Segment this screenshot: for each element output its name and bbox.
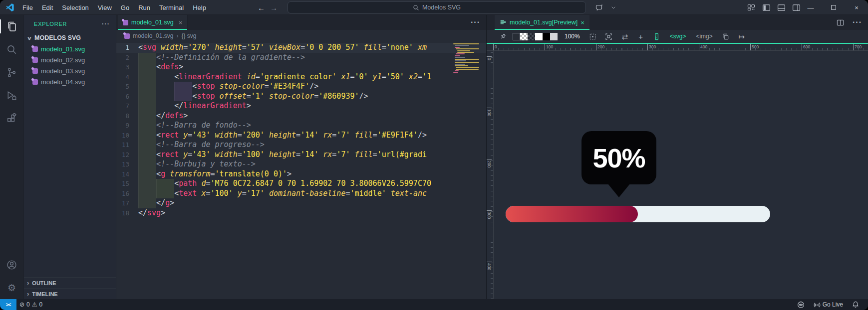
code-line-12[interactable]: 12<rect y='43' width='100' height='14' r…	[116, 150, 486, 160]
file-item-modelo_01-svg[interactable]: modelo_01.svg	[24, 43, 116, 54]
code-line-7[interactable]: 7</linearGradient>	[116, 101, 486, 111]
back-icon[interactable]: ←	[258, 3, 265, 12]
indent-guide	[138, 62, 156, 72]
tab-modelo-01-svg[interactable]: modelo_01.svg ×	[118, 15, 188, 30]
code-line-15[interactable]: 15<path d='M76 0C72.6847 0 70 1.69902 70…	[116, 179, 486, 189]
code-line-17[interactable]: 17</g>	[116, 198, 486, 208]
bg-swatch-white[interactable]	[535, 33, 543, 40]
split-editor-icon[interactable]	[834, 15, 847, 30]
indent-guide	[174, 82, 192, 92]
code-line-1[interactable]: 1<svg width='270' height='57' viewBox='0…	[116, 43, 486, 53]
section-label: OUTLINE	[32, 280, 56, 286]
indent-guide	[138, 101, 156, 111]
copilot-icon[interactable]	[593, 0, 606, 15]
folder-modelos-svg[interactable]: ∨ MODELOS SVG	[24, 32, 116, 43]
maximize-button[interactable]	[822, 0, 845, 15]
export-icon[interactable]: ↦	[736, 30, 748, 42]
indent-guide	[138, 82, 156, 92]
preview-canvas[interactable]: 0100200300400 50%	[487, 51, 868, 299]
close-tab-icon[interactable]: ×	[580, 19, 584, 26]
forward-icon[interactable]: →	[270, 3, 278, 12]
code-line-4[interactable]: 4<linearGradient id='gradiente_color' x1…	[116, 72, 486, 82]
fit-to-canvas-icon[interactable]	[603, 30, 615, 42]
tab-modelo-01-svg-preview[interactable]: modelo_01.svg[Preview] ×	[495, 15, 589, 30]
code-line-10[interactable]: 10<rect y='43' width='200' height='14' r…	[116, 131, 486, 141]
account-icon	[6, 260, 17, 270]
breadcrumb-file[interactable]: modelo_01.svg	[133, 32, 173, 39]
code-line-16[interactable]: 16<text x='100' y='17' dominant-baseline…	[116, 189, 486, 199]
copilot-status-icon[interactable]	[794, 301, 808, 309]
pin-icon[interactable]	[497, 30, 509, 42]
customize-layout-icon[interactable]	[744, 0, 759, 15]
progress-bar-track	[506, 206, 770, 222]
command-center-search[interactable]: Modelos SVG	[288, 1, 586, 13]
activity-item-run-debug[interactable]	[0, 84, 24, 107]
file-item-modelo_04-svg[interactable]: modelo_04.svg	[24, 76, 116, 87]
file-label: modelo_02.svg	[41, 56, 85, 64]
activity-item-extensions[interactable]	[0, 107, 24, 130]
toggle-panel-icon[interactable]	[774, 0, 789, 15]
indent-guide	[138, 169, 156, 179]
explorer-more-icon[interactable]: ···	[102, 20, 110, 27]
notifications-bell-icon[interactable]	[849, 301, 862, 308]
menu-file[interactable]: File	[18, 0, 37, 15]
go-live-button[interactable]: Go Live	[811, 301, 846, 308]
code-line-9[interactable]: 9<!--Barra de fondo-->	[116, 121, 486, 131]
ruler-v-label: 300	[487, 210, 492, 219]
close-button[interactable]: ×	[845, 0, 868, 15]
problems-indicator[interactable]: ⊘ 0 ⚠ 0	[16, 299, 45, 310]
bg-swatch-black[interactable]	[543, 33, 550, 40]
code-line-8[interactable]: 8</defs>	[116, 111, 486, 121]
close-tab-icon[interactable]: ×	[179, 19, 183, 26]
editor-more-actions-icon[interactable]: ···	[465, 18, 486, 27]
file-item-modelo_02-svg[interactable]: modelo_02.svg	[24, 54, 116, 65]
code-editor[interactable]: 1<svg width='270' height='57' viewBox='0…	[116, 42, 486, 299]
code-line-2[interactable]: 2<!--Definición de la gradiente-->	[116, 53, 486, 63]
file-item-modelo_03-svg[interactable]: modelo_03.svg	[24, 65, 116, 76]
bg-swatch-checker-light[interactable]	[520, 33, 528, 40]
copy-as-img-button[interactable]: <img>	[693, 33, 715, 40]
activity-item-source-control[interactable]	[0, 61, 24, 84]
menu-go[interactable]: Go	[116, 0, 134, 15]
menu-help[interactable]: Help	[188, 0, 211, 15]
code-line-13[interactable]: 13<!--Burbuja y texto-->	[116, 159, 486, 169]
section-timeline[interactable]: ›TIMELINE	[24, 288, 116, 299]
bg-swatch-checker-dark[interactable]	[528, 33, 535, 40]
minimize-button[interactable]: —	[799, 0, 822, 15]
editor-tab-bar: modelo_01.svg × ···	[116, 15, 486, 30]
menu-terminal[interactable]: Terminal	[155, 0, 188, 15]
code-line-6[interactable]: 6<stop offset='1' stop-color='#860939'/>	[116, 92, 486, 102]
menu-selection[interactable]: Selection	[57, 0, 93, 15]
bg-swatch-gray[interactable]	[550, 33, 558, 40]
menu-run[interactable]: Run	[134, 0, 155, 15]
ruler-toggle-icon[interactable]	[651, 30, 663, 42]
activity-item-settings[interactable]: ⚙	[0, 276, 24, 299]
code-line-5[interactable]: 5<stop stop-color='#E34F4F'/>	[116, 82, 486, 92]
source-control-icon	[6, 67, 17, 78]
activity-item-account[interactable]	[0, 253, 24, 276]
menu-edit[interactable]: Edit	[37, 0, 57, 15]
toggle-primary-sidebar-icon[interactable]	[759, 0, 774, 15]
zoom-to-selection-icon[interactable]	[587, 30, 599, 42]
code-line-14[interactable]: 14<g transform='translate(0 0)'>	[116, 169, 486, 179]
bg-swatch-dark[interactable]	[513, 33, 520, 40]
swap-icon[interactable]: ⇄	[619, 30, 631, 42]
code-line-18[interactable]: 18</svg>	[116, 208, 486, 218]
menu-view[interactable]: View	[93, 0, 116, 15]
code-line-11[interactable]: 11<!--Barra de progreso-->	[116, 140, 486, 150]
zoom-level[interactable]: 100%	[565, 33, 580, 40]
vertical-ruler: 0100200300400	[487, 51, 494, 299]
copy-icon[interactable]	[720, 30, 732, 42]
preview-more-actions-icon[interactable]: ···	[847, 18, 868, 27]
activity-item-search[interactable]	[0, 38, 24, 61]
code-line-3[interactable]: 3<defs>	[116, 62, 486, 72]
breadcrumb-node[interactable]: {} svg	[181, 32, 196, 39]
section-outline[interactable]: ›OUTLINE	[24, 277, 116, 288]
copy-as-svg-button[interactable]: <svg>	[667, 33, 689, 40]
breadcrumb[interactable]: modelo_01.svg › {} svg	[116, 30, 486, 42]
svg-preview-group: modelo_01.svg[Preview] × ···	[487, 15, 868, 299]
remote-indicator[interactable]: ><	[0, 299, 16, 310]
add-icon[interactable]: +	[635, 30, 647, 42]
activity-item-explorer[interactable]	[0, 15, 24, 38]
chevron-down-icon[interactable]	[607, 0, 620, 15]
